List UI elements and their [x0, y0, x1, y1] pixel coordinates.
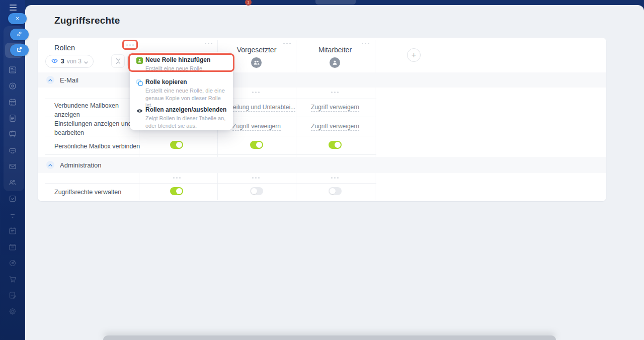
main-panel: Zugriffsrechte Rollen 3 von 3 Vorgesetzt…: [25, 5, 644, 340]
cell-link-deny-access[interactable]: Zugriff verweigern: [311, 123, 359, 131]
ellipsis-icon[interactable]: [331, 177, 339, 179]
printer-icon[interactable]: [8, 146, 17, 155]
team-icon[interactable]: [8, 178, 17, 187]
divider: [45, 136, 376, 136]
menu-item-title: Neue Rolle hinzufügen: [145, 56, 228, 63]
ellipsis-icon[interactable]: [331, 92, 339, 93]
notes-icon[interactable]: [8, 291, 17, 300]
cell-link-deny-access[interactable]: Zugriff verweigern: [311, 104, 359, 112]
divider: [296, 40, 296, 200]
column-menu-button-annotated[interactable]: [122, 40, 138, 50]
roles-filter-dropdown[interactable]: 3 von 3: [45, 55, 94, 68]
link-pill-button[interactable]: [10, 29, 29, 40]
eye-icon: [51, 57, 58, 66]
plus-icon: +: [412, 51, 416, 60]
goal-icon[interactable]: [8, 259, 17, 268]
mail-icon[interactable]: [8, 162, 17, 171]
card-title: Rollen: [54, 44, 75, 52]
document-icon[interactable]: [8, 114, 17, 123]
chevron-down-icon: [84, 57, 88, 66]
group-avatar-icon: [251, 57, 262, 68]
divider: [45, 154, 376, 155]
background-window-edge: [103, 335, 556, 340]
section-label: E-Mail: [60, 76, 78, 84]
column-header-mitarbeiter: Mitarbeiter: [318, 46, 352, 54]
close-icon: ×: [16, 15, 19, 22]
toggle-switch[interactable]: [329, 187, 342, 195]
ellipsis-icon[interactable]: [362, 43, 369, 44]
eye-icon: [136, 107, 143, 113]
settings-icon[interactable]: [8, 307, 17, 316]
menu-item-add-role[interactable]: Neue Rolle hinzufügen Erstellt eine neue…: [136, 56, 228, 72]
ellipsis-icon[interactable]: [252, 177, 260, 179]
divider: [375, 40, 375, 200]
cell-link-department-scope[interactable]: eilung und Unterabtei...: [233, 104, 295, 112]
row-label: Persönliche Mailbox verbinden: [54, 142, 145, 151]
section-email[interactable]: E-Mail: [38, 72, 606, 88]
copy-icon: [136, 79, 143, 86]
target-icon[interactable]: [8, 81, 17, 91]
calendar-icon[interactable]: [8, 98, 17, 107]
toggle-switch[interactable]: [250, 141, 263, 149]
roles-table-card: Rollen 3 von 3 Vorgesetzter Mitarbeiter: [38, 38, 606, 201]
menu-item-title: Rollen anzeigen/ausblenden: [145, 106, 228, 113]
browser-tab-fragment: [315, 0, 356, 5]
divider: [45, 183, 376, 184]
section-administration[interactable]: Administration: [38, 157, 606, 173]
ellipsis-icon: [126, 44, 134, 46]
toggle-switch[interactable]: [329, 141, 342, 149]
menu-item-description: Erstellt eine neue Rolle, die eine genau…: [145, 87, 227, 109]
schedule-icon[interactable]: [8, 226, 17, 235]
news-icon[interactable]: [8, 65, 17, 74]
column-header-vorgesetzter: Vorgesetzter: [237, 46, 277, 54]
menu-item-copy-role[interactable]: Rolle kopieren Erstellt eine neue Rolle,…: [136, 78, 228, 109]
add-role-icon: [136, 57, 143, 63]
external-link-icon: [16, 46, 23, 55]
toggle-switch[interactable]: [170, 141, 183, 149]
menu-item-description: Erstellt eine neue Rolle.: [145, 65, 227, 72]
collapse-all-button[interactable]: [111, 54, 125, 68]
link-icon: [16, 30, 23, 39]
menu-item-description: Zeigt Rollen in dieser Tabelle an, oder …: [145, 115, 227, 129]
row-label: Zugriffsrechte verwalten: [54, 188, 145, 197]
chevron-up-icon: [46, 161, 54, 169]
hamburger-menu-icon[interactable]: [10, 5, 17, 12]
column-context-menu: Neue Rolle hinzufügen Erstellt eine neue…: [130, 52, 233, 130]
archive-icon[interactable]: [8, 242, 17, 251]
add-role-column-button[interactable]: +: [407, 48, 421, 62]
person-avatar-icon: [330, 57, 340, 68]
cart-icon[interactable]: [8, 275, 17, 284]
menu-item-show-hide-roles[interactable]: Rollen anzeigen/ausblenden Zeigt Rollen …: [136, 106, 228, 129]
toggle-switch[interactable]: [170, 187, 183, 195]
toggle-switch[interactable]: [250, 187, 263, 195]
filter-icon[interactable]: [8, 210, 17, 219]
ellipsis-icon[interactable]: [283, 43, 291, 44]
tasks-icon[interactable]: [8, 194, 17, 203]
filter-count: 3: [61, 58, 64, 65]
page-title: Zugriffsrechte: [54, 15, 120, 26]
ellipsis-icon[interactable]: [173, 177, 181, 179]
presentation-icon[interactable]: [8, 130, 17, 139]
chevron-up-icon: [46, 76, 54, 84]
cell-link-deny-access[interactable]: Zugriff verweigern: [232, 123, 281, 131]
ellipsis-icon[interactable]: [252, 92, 260, 93]
menu-item-title: Rolle kopieren: [145, 78, 228, 86]
filter-count-suffix: von 3: [67, 58, 82, 65]
external-link-pill-button[interactable]: [10, 44, 29, 56]
section-label: Administration: [60, 161, 101, 169]
close-pill-button[interactable]: ×: [8, 13, 27, 24]
ellipsis-icon[interactable]: [205, 43, 212, 44]
